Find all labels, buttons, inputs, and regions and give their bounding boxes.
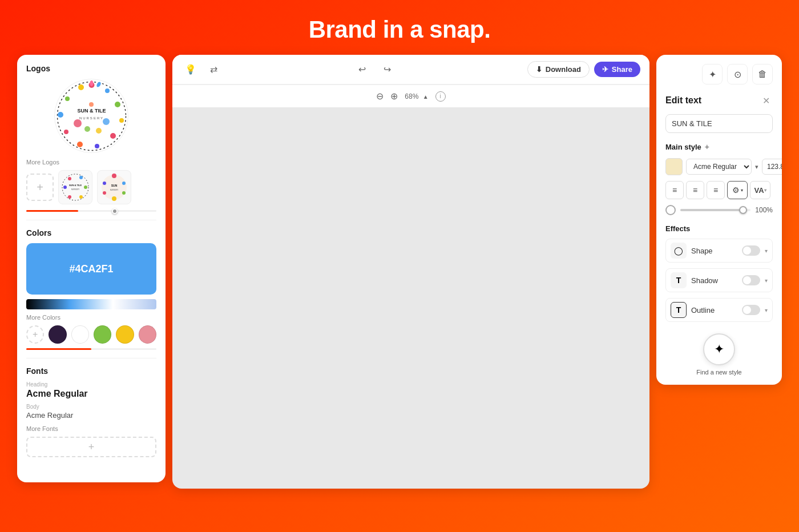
outline-chevron-icon[interactable]: ▾ — [765, 307, 768, 313]
zoom-arrow-up[interactable]: ▲ — [423, 94, 429, 100]
shape-toggle[interactable] — [742, 245, 760, 256]
shadow-icon: T — [671, 272, 687, 288]
logo-thumb-svg-2: SUN NURSERY — [100, 173, 128, 201]
fonts-section: Fonts Heading Acme Regular Body Acme Reg… — [26, 366, 156, 465]
find-style-button[interactable]: ✦ — [703, 333, 735, 365]
color-swatch-2[interactable] — [71, 325, 89, 344]
svg-point-10 — [65, 96, 70, 101]
zoom-out-button[interactable]: ⊖ — [376, 91, 384, 102]
shadow-effect-name: Shadow — [691, 276, 737, 285]
svg-point-9 — [58, 112, 63, 118]
font-family-select[interactable]: Acme Regular — [686, 159, 752, 175]
svg-point-25 — [79, 195, 83, 199]
zoom-value: 68% — [405, 92, 418, 100]
svg-point-5 — [110, 133, 116, 139]
undo-button[interactable]: ↩ — [353, 61, 372, 79]
fonts-title: Fonts — [26, 366, 156, 376]
svg-point-6 — [95, 144, 99, 148]
main-container: Logos — [0, 55, 799, 527]
font-size-select[interactable]: 123.8 — [762, 159, 782, 175]
color-swatch-4[interactable] — [116, 325, 134, 344]
add-logo-button[interactable]: + — [26, 174, 54, 201]
opacity-row: 100% — [665, 205, 773, 215]
svg-point-30 — [102, 175, 127, 200]
heading-label: Heading — [26, 381, 156, 388]
trash-tool-button[interactable]: 🗑 — [752, 64, 773, 84]
right-toolbar: ✦ ⊙ 🗑 — [665, 64, 773, 84]
text-options-button[interactable]: ⚙▾ — [727, 181, 748, 199]
edit-text-header: Edit text ✕ — [665, 94, 773, 107]
effect-shape-row: ◯ Shape ▾ — [665, 239, 773, 263]
svg-point-12 — [90, 80, 93, 86]
chevron-font: ▾ — [755, 163, 758, 171]
add-font-button[interactable]: + — [26, 437, 156, 457]
svg-point-8 — [64, 130, 68, 134]
shape-chevron-icon[interactable]: ▾ — [765, 248, 768, 254]
opacity-thumb[interactable] — [739, 206, 747, 214]
close-edit-button[interactable]: ✕ — [759, 94, 773, 107]
add-style-button[interactable]: + — [705, 142, 709, 151]
outline-toggle[interactable] — [742, 305, 760, 315]
download-button[interactable]: ⬇ Download — [527, 61, 590, 78]
toolbar-left: 💡 ⇄ — [181, 61, 223, 79]
canvas-bottom-bar: ⊖ ⊕ 68% ▲ i — [172, 84, 649, 107]
svg-point-11 — [78, 84, 84, 90]
svg-text:NURSERY: NURSERY — [71, 188, 80, 191]
svg-point-18 — [84, 126, 90, 132]
svg-point-26 — [68, 195, 71, 199]
add-color-button[interactable]: + — [26, 325, 44, 344]
svg-point-33 — [122, 191, 126, 195]
text-input-field[interactable] — [665, 114, 773, 133]
svg-point-22 — [68, 177, 71, 180]
shadow-chevron-icon[interactable]: ▾ — [765, 277, 768, 284]
logos-title: Logos — [26, 64, 156, 73]
sparkle-tool-button[interactable]: ✦ — [702, 64, 723, 84]
color-swatch-3[interactable] — [94, 325, 111, 344]
logo-main[interactable]: SUN & TILE NURSERY — [54, 79, 128, 153]
opacity-value-label: 100% — [755, 206, 773, 214]
body-label: Body — [26, 404, 156, 410]
share-button[interactable]: ✈ Share — [594, 62, 640, 77]
svg-text:NURSERY: NURSERY — [79, 116, 103, 120]
svg-point-20 — [89, 102, 94, 107]
effects-title: Effects — [665, 224, 773, 233]
color-swatch-1[interactable] — [49, 325, 66, 344]
vertical-align-button[interactable]: VA▾ — [750, 181, 770, 199]
swap-button[interactable]: ⇄ — [204, 61, 223, 79]
colors-title: Colors — [26, 228, 156, 237]
opacity-fill — [680, 209, 747, 211]
color-swatch-5[interactable] — [139, 325, 156, 344]
find-new-style: ✦ Find a new style — [665, 333, 773, 376]
opacity-slider[interactable] — [680, 209, 750, 211]
logo-thumbs: + SUN & TILE NURSERY — [26, 170, 156, 204]
color-hex-label: #4CA2F1 — [69, 263, 113, 275]
shape-effect-name: Shape — [691, 247, 737, 255]
font-color-preview[interactable] — [665, 158, 683, 175]
svg-point-34 — [112, 196, 116, 201]
color-gradient-bar[interactable] — [26, 299, 156, 309]
zoom-in-button[interactable]: ⊕ — [390, 91, 398, 102]
canvas-toolbar: 💡 ⇄ ↩ ↪ ⬇ Download ✈ Share — [172, 55, 649, 84]
color-swatch-main[interactable]: #4CA2F1 — [26, 243, 156, 295]
body-font-name: Acme Regular — [26, 411, 156, 420]
zoom-level-display: 68% ▲ — [405, 92, 428, 100]
faces-tool-button[interactable]: ⊙ — [727, 64, 748, 84]
logos-scroll-dot[interactable] — [112, 208, 118, 214]
svg-point-4 — [119, 118, 124, 123]
logo-thumb-1[interactable]: SUN & TILE NURSERY — [58, 170, 92, 204]
logos-scroll-bar[interactable] — [26, 210, 156, 212]
align-left-button[interactable]: ≡ — [665, 181, 684, 199]
lightbulb-button[interactable]: 💡 — [181, 61, 200, 79]
align-center-button[interactable]: ≡ — [686, 181, 704, 199]
logo-thumb-2[interactable]: SUN NURSERY — [97, 170, 131, 204]
colors-scroll-bar[interactable] — [26, 348, 156, 350]
redo-button[interactable]: ↪ — [378, 61, 397, 79]
canvas-wrapper: 💡 ⇄ ↩ ↪ ⬇ Download ✈ Share — [172, 55, 649, 489]
info-button[interactable]: i — [435, 91, 446, 102]
svg-point-3 — [115, 102, 120, 107]
shadow-toggle[interactable] — [742, 275, 760, 285]
svg-point-17 — [103, 118, 110, 125]
outline-effect-name: Outline — [691, 306, 737, 315]
svg-point-7 — [77, 142, 83, 147]
align-right-button[interactable]: ≡ — [707, 181, 725, 199]
